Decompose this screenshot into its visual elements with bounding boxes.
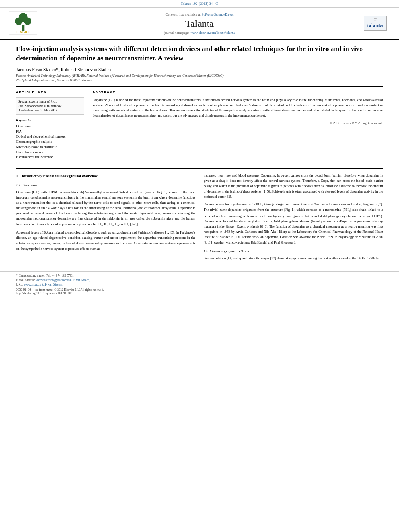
body-col2-para2: Dopamine was first synthesized in 1910 b… (204, 202, 383, 245)
body-section: 1. Introductory historical background ov… (16, 168, 383, 263)
article-info-col: ARTICLE INFO Special issue in honor of P… (16, 90, 84, 164)
article-content: Flow-injection analysis systems with dif… (0, 40, 399, 267)
body-col2-para1: increased heart rate and blood pressure.… (204, 173, 383, 199)
abstract-col: ABSTRACT Dopamine (DA) is one of the mos… (93, 90, 383, 164)
body-col1-para1: Dopamine (DA) with IUPAC nomenclature 4-… (16, 190, 195, 228)
keywords-block: Keywords: Dopamine FIA Optical and elect… (16, 118, 84, 160)
keyword-chemi: Chemiluminescence (16, 150, 84, 155)
affiliation: Process Analytical Technology Laboratory… (16, 74, 383, 82)
article-info-header: ARTICLE INFO (16, 90, 84, 94)
footnote-corresponding: * Corresponding author. Tel.: +40 74 169… (16, 274, 383, 277)
abstract-copyright: © 2012 Elsevier B.V. All rights reserved… (93, 121, 383, 126)
keywords-label: Keywords: (16, 118, 84, 123)
homepage-line: journal homepage: www.elsevier.com/locat… (44, 31, 355, 35)
keyword-dopamine: Dopamine (16, 124, 84, 129)
subsection1-1-title: 1.1. Dopamine (16, 183, 195, 188)
affiliation-line1: Process Analytical Technology Laboratory… (16, 74, 224, 78)
info-abstract-section: ARTICLE INFO Special issue in honor of P… (16, 86, 383, 164)
svg-point-4 (19, 13, 27, 22)
body-col-left: 1. Introductory historical background ov… (16, 173, 195, 263)
keyword-electro: Electrochemiluminescence (16, 154, 84, 160)
homepage-link[interactable]: www.elsevier.com/locate/talanta (191, 31, 235, 35)
special-issue-label: Special issue in honor of Prof. (18, 99, 82, 104)
journal-title: Talanta (44, 18, 355, 29)
elsevier-logo: ELSEVIER (8, 11, 40, 36)
journal-header: ELSEVIER Contents lists available at Sci… (0, 8, 399, 40)
keyword-optical: Optical and electrochemical sensors (16, 134, 84, 139)
article-title: Flow-injection analysis systems with dif… (16, 45, 383, 63)
doi-line: http://dx.doi.org/10.1016/j.talanta.2012… (16, 292, 383, 295)
special-issue-block: Special issue in honor of Prof. Zuri Zol… (16, 97, 84, 115)
affiliation-line2: 202 Splaiul Independentei Str., Buchares… (16, 78, 93, 82)
abstract-text: Dopamine (DA) is one of the most importa… (93, 97, 383, 119)
sciverse-link[interactable]: SciVerse ScienceDirect (202, 12, 234, 16)
special-issue-name: Zuri Zolotov on his 80th birthday (18, 104, 82, 108)
keyword-fia: FIA (16, 129, 84, 134)
citation-bar: Talanta 102 (2012) 34–43 (0, 0, 399, 8)
body-col-right: increased heart rate and blood pressure.… (204, 173, 383, 263)
authors: Jacobus F van Staden*, Raluca I Stefan v… (16, 67, 383, 72)
url-label: URL: (16, 283, 23, 286)
abstract-header: ABSTRACT (93, 90, 383, 95)
footnote-url: URL: www.patlab.ro (J.F. van Staden). (16, 283, 383, 286)
contents-text: Contents lists available at (166, 12, 201, 16)
talanta-logo-box: ☰ talanta (359, 16, 391, 31)
svg-rect-1 (22, 25, 25, 31)
talanta-label: talanta (367, 22, 383, 29)
keyword-microchip: Microchip-based microfluidic (16, 144, 84, 150)
email-label: E-mail address: (16, 278, 35, 282)
body-col2-para3: Gradient elution [12] and quantitative t… (204, 256, 383, 261)
article-footer: * Corresponding author. Tel.: +40 74 169… (0, 271, 399, 295)
body-col1-para2: Abnormal levels of DA are related to neu… (16, 230, 195, 251)
section1-title: 1. Introductory historical background ov… (16, 173, 195, 179)
available-online: Available online 18 May 2012 (18, 108, 82, 113)
footnote-star: * Corresponding author. Tel.: +40 74 169… (16, 274, 74, 277)
footer-issn: 0039-9140/$ – see front matter © 2012 El… (16, 288, 383, 295)
journal-center-info: Contents lists available at SciVerse Sci… (44, 12, 355, 35)
footnote-email: E-mail address: koosvanstaden@yahoo.com … (16, 278, 383, 282)
contents-available-line: Contents lists available at SciVerse Sci… (44, 12, 355, 16)
issn-line: 0039-9140/$ – see front matter © 2012 El… (16, 288, 383, 292)
citation-text: Talanta 102 (2012) 34–43 (181, 2, 218, 6)
talanta-brand: ☰ talanta (364, 16, 387, 31)
email-link[interactable]: koosvanstaden@yahoo.com (J.F. van Staden… (36, 278, 91, 282)
url-link[interactable]: www.patlab.ro (J.F. van Staden). (24, 283, 63, 286)
keyword-chrom: Chromatographic analysis (16, 139, 84, 144)
subsection1-2-title: 1.2. Chromatographic methods (204, 249, 383, 254)
svg-text:ELSEVIER: ELSEVIER (17, 31, 30, 33)
homepage-text: journal homepage: (164, 31, 190, 35)
